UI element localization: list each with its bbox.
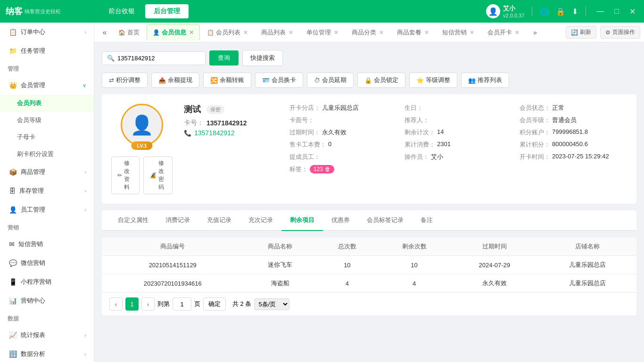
tab-time-records[interactable]: 充次记录	[240, 210, 281, 231]
sidebar-label-orders: 订单中心	[21, 28, 45, 36]
sidebar-sub-parent-child-card[interactable]: 子母卡	[0, 129, 94, 146]
tab-remaining-items[interactable]: 剩余项目	[281, 210, 323, 231]
refresh-btn[interactable]: 🔄 刷新	[566, 26, 596, 39]
btn-balance-transfer[interactable]: 🔀 余额转账	[203, 73, 251, 88]
staff-icon: 👤	[9, 206, 17, 214]
tab-combo-close[interactable]: ✕	[424, 29, 429, 36]
tab-member-info-close[interactable]: ✕	[189, 29, 194, 36]
page-ops-btn[interactable]: ⚙ 页面操作	[600, 26, 640, 39]
tab-sms-marketing[interactable]: 短信营销 ✕	[436, 25, 480, 41]
tab-recharge-records[interactable]: 充值记录	[198, 210, 240, 231]
btn-member-extend[interactable]: ⏱ 会员延期	[307, 73, 354, 88]
refresh-icon: 🔄	[571, 29, 578, 36]
sidebar-item-analysis[interactable]: 🔢 数据分析 ›	[0, 345, 94, 362]
nav-btn-cashier[interactable]: 前台收银	[100, 4, 143, 18]
sidebar-item-products[interactable]: 📦 商品管理 ›	[0, 163, 94, 181]
sidebar-item-wechat[interactable]: 💬 微信营销	[0, 254, 94, 272]
page-1-btn[interactable]: 1	[125, 297, 139, 311]
table-row: 20210514151129 迷你飞车 10 10 2024-07-29 儿童乐…	[102, 256, 636, 274]
sidebar-item-staff[interactable]: 👤 员工管理 ›	[0, 200, 94, 219]
per-page-select[interactable]: 5条/页 10条/页 20条/页	[254, 298, 289, 310]
btn-member-lock-label: 会员锁定	[374, 76, 398, 84]
sidebar-item-reports[interactable]: 📈 统计报表 ›	[0, 326, 94, 345]
phone-number: 13571842912	[194, 129, 235, 137]
sidebar-item-inventory[interactable]: 🗄 库存管理 ›	[0, 181, 94, 200]
next-page-btn[interactable]: ›	[141, 297, 155, 311]
inventory-icon: 🗄	[9, 187, 16, 195]
info-promoter: 提成员工：	[289, 153, 397, 161]
arrow-products: ›	[84, 169, 86, 175]
download-icon[interactable]: ⬇	[572, 7, 578, 16]
card-face-label: 卡面号：	[289, 116, 314, 124]
user-version: v2.0.0.37	[503, 13, 524, 18]
expire-label: 过期时间：	[289, 128, 320, 137]
btn-referral-list[interactable]: 👥 推荐列表	[461, 73, 509, 88]
sidebar-item-tasks[interactable]: 📁 任务管理	[0, 41, 94, 60]
btn-level-adjust[interactable]: ⭐ 等级调整	[409, 73, 457, 88]
card-no: 13571842912	[206, 119, 247, 127]
tab-custom-attr[interactable]: 自定义属性	[109, 210, 157, 231]
sidebar-item-sms[interactable]: ✉ 短信营销	[0, 235, 94, 254]
tab-notes[interactable]: 备注	[412, 210, 441, 231]
tab-product-category-close[interactable]: ✕	[379, 29, 384, 36]
sidebar-item-mkt-center[interactable]: 📊 营销中心	[0, 291, 94, 310]
page-jump-input[interactable]	[173, 297, 191, 311]
chevron-right-icon: ›	[84, 29, 86, 35]
btn-balance-withdraw[interactable]: 📤 余额提现	[151, 73, 199, 88]
tasks-icon: 📁	[9, 47, 17, 55]
row1-product-id: 20210514151129	[102, 256, 244, 274]
maximize-icon[interactable]: □	[611, 6, 622, 16]
lock-icon[interactable]: 🔒	[556, 7, 565, 16]
tab-home[interactable]: 🏠 首页	[112, 25, 146, 41]
btn-card-replace[interactable]: 🪪 会员换卡	[255, 73, 303, 88]
tab-combo[interactable]: 商品套餐 ✕	[391, 25, 435, 41]
query-button[interactable]: 查询	[209, 50, 239, 66]
tab-expand-btn[interactable]: »	[528, 26, 542, 39]
col-expire-time: 过期时间	[451, 238, 538, 256]
quick-search-button[interactable]: 快捷搜索	[242, 50, 283, 66]
tab-product-list[interactable]: 商品列表 ✕	[255, 25, 299, 41]
member-status-label: 会员状态：	[520, 104, 550, 112]
edit-pwd-btn[interactable]: 🔏 修改密码	[143, 156, 173, 194]
btn-member-lock[interactable]: 🔒 会员锁定	[357, 73, 405, 88]
tab-member-open[interactable]: 会员开卡 ✕	[481, 25, 526, 41]
tab-tag-records[interactable]: 会员标签记录	[358, 210, 412, 231]
tab-member-open-close[interactable]: ✕	[515, 29, 520, 36]
row2-remain: 4	[378, 274, 451, 293]
sidebar-label-products: 商品管理	[21, 168, 45, 176]
tab-collapse-btn[interactable]: «	[98, 26, 111, 39]
tab-product-category[interactable]: 商品分类 ✕	[346, 25, 390, 41]
tab-sms-close[interactable]: ✕	[470, 29, 474, 36]
withdraw-icon: 📤	[158, 77, 166, 84]
page-confirm-btn[interactable]: 确定	[203, 297, 226, 311]
tab-unit-manage[interactable]: 单位管理 ✕	[300, 25, 345, 41]
globe-icon[interactable]: 🌐	[540, 7, 549, 16]
sidebar-item-miniapp[interactable]: 📱 小程序营销	[0, 272, 94, 291]
search-input[interactable]	[117, 55, 200, 62]
prev-page-btn[interactable]: ‹	[109, 297, 123, 311]
sidebar-sub-member-list[interactable]: 会员列表	[0, 95, 94, 112]
member-list-tab-icon: 📋	[207, 29, 214, 36]
tab-consume-records[interactable]: 消费记录	[157, 210, 198, 231]
search-input-wrap[interactable]: 🔍	[102, 51, 206, 65]
nav-btn-backend[interactable]: 后台管理	[145, 4, 189, 18]
tab-unit-manage-close[interactable]: ✕	[334, 29, 339, 36]
info-operator: 操作员： 艾小	[405, 153, 512, 161]
btn-points-adjust[interactable]: ⇄ 积分调整	[102, 73, 148, 88]
data-table-wrap: 商品编号 商品名称 总次数 剩余次数 过期时间 店铺名称 20210514151…	[102, 238, 636, 315]
sidebar-item-orders[interactable]: 📋 订单中心 ›	[0, 23, 94, 41]
sidebar-sub-card-points[interactable]: 刷卡积分设置	[0, 146, 94, 163]
tag-delete-icon[interactable]: 🗑	[325, 166, 330, 173]
topbar-right: 👤 艾小 v2.0.0.37 🌐 🔒 ⬇ — □ ✕	[486, 4, 638, 18]
tab-member-list[interactable]: 📋 会员列表 ✕	[201, 25, 254, 41]
minimize-icon[interactable]: —	[594, 6, 607, 16]
close-icon[interactable]: ✕	[627, 6, 638, 17]
sidebar-item-members[interactable]: 👑 会员管理 ∨	[0, 76, 94, 95]
tab-member-info[interactable]: 👤 会员信息 ✕	[147, 25, 200, 41]
tab-product-list-close[interactable]: ✕	[289, 29, 293, 36]
edit-info-btn[interactable]: ✏ 修改资料	[111, 156, 140, 194]
birthday-label: 生日：	[405, 104, 423, 112]
tab-member-list-close[interactable]: ✕	[243, 29, 248, 36]
tab-coupons[interactable]: 优惠券	[323, 210, 358, 231]
sidebar-sub-member-level[interactable]: 会员等级	[0, 112, 94, 129]
